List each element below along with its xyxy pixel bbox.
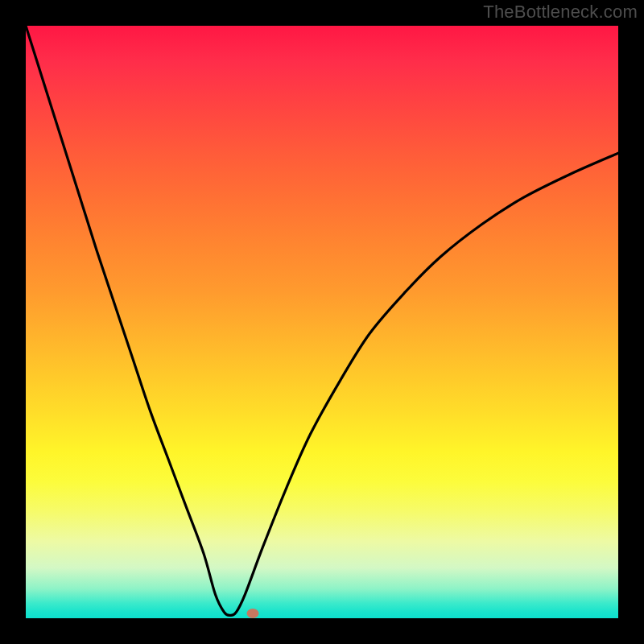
- watermark-text: TheBottleneck.com: [483, 2, 638, 23]
- plot-gradient-background: [26, 26, 618, 618]
- optimal-point-marker: [247, 609, 259, 618]
- chart-frame: TheBottleneck.com: [0, 0, 644, 644]
